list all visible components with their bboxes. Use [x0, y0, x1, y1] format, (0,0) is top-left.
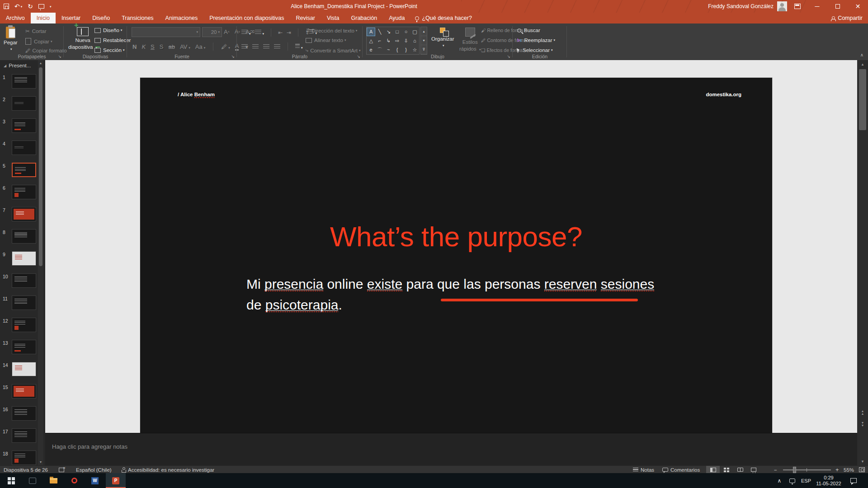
scroll-down-icon[interactable]: ▾ — [38, 459, 43, 465]
bold-button[interactable]: N — [132, 43, 137, 50]
grow-font-button[interactable]: A˄ — [224, 28, 230, 35]
slideshow-view-button[interactable] — [747, 466, 760, 474]
slide-thumbnail[interactable] — [12, 428, 36, 443]
ribbon-tab[interactable]: Diseño — [86, 13, 116, 23]
notes-pane[interactable]: Haga clic para agregar notas — [45, 433, 857, 465]
cut-button[interactable]: ✂ Cortar — [25, 28, 47, 34]
slide-title[interactable]: What’s the purpose? — [140, 221, 772, 253]
select-button[interactable]: Seleccionar▾ — [517, 47, 553, 53]
slide-thumbnail[interactable] — [12, 185, 36, 199]
slide-body-text[interactable]: Mi presencia online existe para que las … — [246, 274, 811, 315]
slide-thumbnail-item[interactable]: 16 — [0, 405, 38, 427]
customize-qat-button[interactable]: ▾ — [50, 5, 52, 8]
text-direction-button[interactable]: ⇵Dirección del texto▾ — [306, 28, 357, 33]
slide-thumbnail-item[interactable]: 10 — [0, 272, 38, 294]
file-explorer-button[interactable] — [43, 473, 63, 488]
slide-thumbnail-item[interactable]: 11 — [0, 294, 38, 316]
thumbnail-panel-header[interactable]: ◢ Present... — [4, 63, 31, 68]
zoom-in-button[interactable]: + — [835, 466, 839, 474]
scroll-up-icon[interactable]: ▴ — [857, 60, 868, 68]
taskbar-app-button[interactable] — [23, 473, 42, 488]
columns-button[interactable]: ▾ — [295, 44, 303, 50]
slide-thumbnail[interactable] — [12, 229, 36, 244]
italic-button[interactable]: K — [142, 43, 146, 50]
zoom-thumb[interactable] — [793, 467, 796, 473]
slide-thumbnail[interactable] — [12, 362, 36, 376]
slide-thumbnail[interactable] — [12, 118, 36, 133]
scroll-down-icon[interactable]: ▾ — [857, 457, 868, 465]
shapes-gallery[interactable]: A ╲ ↘ □ ○ ▢ △ ⌐ ↳ ⇨ ⇩ ⌂ e ⌒ ~ { } ☆ — [366, 27, 420, 55]
slide-sorter-view-button[interactable] — [720, 466, 733, 474]
next-slide-button[interactable]: ▾▾ — [857, 419, 868, 430]
tell-me-box[interactable]: ¿Qué desea hacer? — [410, 13, 476, 23]
underline-button[interactable]: S — [151, 43, 155, 50]
slide-thumbnail-item[interactable]: 1 — [0, 73, 38, 95]
dialog-launcher-icon[interactable]: ↘ — [58, 54, 61, 59]
opera-button[interactable] — [64, 473, 84, 488]
ribbon-tab[interactable]: Animaciones — [160, 13, 204, 23]
restore-button[interactable] — [827, 0, 848, 13]
zoom-track[interactable] — [783, 469, 831, 470]
clock[interactable]: 0:29 11-05-2022 — [814, 473, 844, 488]
numbering-button[interactable]: ▾ — [255, 30, 264, 36]
slide-thumbnail[interactable] — [12, 163, 36, 177]
shapes-gallery-scrollbar[interactable]: ▴▾⊽ — [420, 27, 427, 55]
slide-thumbnail[interactable] — [12, 384, 36, 399]
fit-slide-button[interactable] — [859, 466, 865, 474]
previous-slide-button[interactable]: ▴▴ — [857, 407, 868, 418]
replace-button[interactable]: bcReemplazar▾ — [517, 38, 555, 43]
ribbon-tab[interactable]: Presentación con diapositivas — [203, 13, 290, 23]
slide-thumbnail[interactable] — [12, 251, 36, 266]
ribbon-tab[interactable]: Insertar — [56, 13, 86, 23]
tray-app-icon[interactable] — [787, 473, 797, 488]
vertical-scrollbar[interactable]: ▴ ▴▴ ▾▾ ▾ — [857, 60, 868, 465]
dialog-launcher-icon[interactable]: ↘ — [507, 54, 510, 59]
redo-button[interactable]: ↻ — [28, 3, 33, 9]
powerpoint-button[interactable]: P — [106, 473, 126, 488]
slide-thumbnail[interactable] — [12, 96, 36, 111]
scrollbar-thumb[interactable] — [859, 69, 866, 130]
new-slide-button[interactable]: Nueva diapositiva ▾ — [68, 27, 97, 51]
spell-check-button[interactable] — [59, 466, 66, 474]
text-shadow-button[interactable]: S — [160, 43, 164, 50]
reset-slide-button[interactable]: Restablecer — [94, 38, 131, 43]
ribbon-tab[interactable]: Vista — [321, 13, 345, 23]
quick-styles-button[interactable]: Estilos rápidos ▾ — [459, 28, 481, 52]
slide-thumbnail[interactable] — [12, 450, 36, 465]
decrease-indent-button[interactable]: ⇤ — [278, 29, 283, 36]
thumbnail-scrollbar[interactable]: ▴ ▾ — [38, 60, 43, 465]
ribbon-tab[interactable]: Inicio — [31, 13, 56, 23]
slide-thumbnail-item[interactable]: 13 — [0, 338, 38, 361]
scroll-up-icon[interactable]: ▴ — [38, 60, 43, 66]
slide-thumbnail[interactable] — [12, 296, 36, 310]
section-button[interactable]: Sección▾ — [94, 47, 124, 53]
normal-view-button[interactable] — [706, 466, 720, 474]
slide-thumbnail-item[interactable]: 14 — [0, 361, 38, 383]
keyboard-language[interactable]: ESP — [799, 473, 813, 488]
align-left-button[interactable] — [241, 44, 248, 49]
slide-thumbnail[interactable] — [12, 141, 36, 155]
slide-thumbnail[interactable] — [12, 273, 36, 288]
slide-thumbnail-item[interactable]: 6 — [0, 183, 38, 206]
ribbon-tab[interactable]: Revisar — [290, 13, 321, 23]
slide-thumbnail-item[interactable]: 3 — [0, 117, 38, 139]
action-center-button[interactable] — [847, 473, 860, 488]
strikethrough-button[interactable]: ab — [168, 43, 175, 50]
slide-thumbnail-item[interactable]: 17 — [0, 427, 38, 449]
account-name[interactable]: Freddy Sandoval González — [708, 3, 774, 9]
zoom-out-button[interactable]: − — [774, 466, 777, 474]
slide-thumbnail-item[interactable]: 2 — [0, 95, 38, 117]
slide-layout-button[interactable]: Diseño▾ — [94, 28, 122, 33]
ribbon-tab[interactable]: Grabación — [345, 13, 383, 23]
slide-indicator[interactable]: Diapositiva 5 de 26 — [4, 466, 48, 474]
align-right-button[interactable] — [263, 44, 269, 49]
align-text-button[interactable]: Alinear texto▾ — [306, 38, 346, 43]
notes-placeholder[interactable]: Haga clic para agregar notas — [52, 443, 127, 450]
dialog-launcher-icon[interactable]: ↘ — [357, 54, 360, 59]
bullets-button[interactable]: ▾ — [241, 30, 251, 36]
word-button[interactable]: W — [85, 473, 105, 488]
show-hidden-icons-button[interactable]: ∧ — [774, 473, 785, 488]
font-name-combobox[interactable]: ▾ — [132, 27, 200, 37]
slide-thumbnail-item[interactable]: 9 — [0, 250, 38, 272]
font-size-combobox[interactable]: 20▾ — [202, 27, 222, 37]
